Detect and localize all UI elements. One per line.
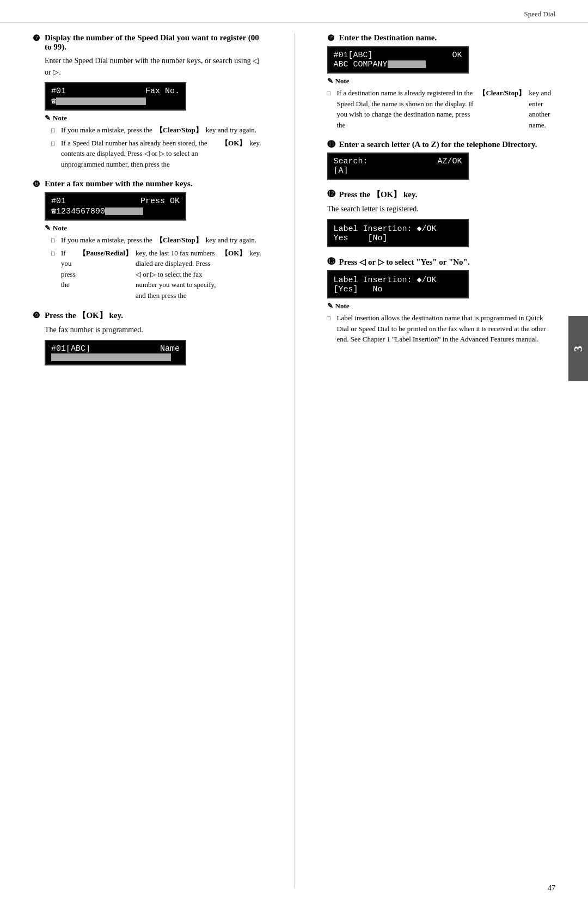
sidebar-tab-number: 3 [571, 346, 585, 352]
note-icon-4: ✎ [327, 302, 333, 310]
page-number: 47 [548, 884, 555, 892]
note-heading-text-2: Note [53, 224, 67, 233]
step-10-block: ❿ Enter the Destination name. #01[ABC]OK… [327, 33, 556, 130]
right-column: ❿ Enter the Destination name. #01[ABC]OK… [322, 33, 556, 888]
sidebar-tab: 3 [568, 316, 588, 381]
step-8-note-1: If you make a mistake, press the 【Clear/… [45, 235, 261, 246]
step-10-note-1: If a destination name is already registe… [327, 88, 556, 130]
step-7-note-1: If you make a mistake, press the 【Clear/… [45, 125, 261, 136]
step-8-num: ❽ [33, 179, 42, 189]
step-8-note: ✎ Note If you make a mistake, press the … [45, 224, 261, 301]
step-13-heading-text: Press ◁ or ▷ to select "Yes" or "No". [339, 257, 470, 267]
step-7-lcd: #01Fax No. ☎ [45, 82, 186, 111]
step-12-heading-text: Press the 【OK】 key. [339, 190, 418, 200]
step-12-num: ⓬ [327, 190, 337, 199]
step-10-heading-text: Enter the Destination name. [339, 33, 437, 42]
step-10-num: ❿ [327, 33, 337, 43]
step-11-num: ⓫ [327, 140, 337, 149]
step-8-block: ❽ Enter a fax number with the number key… [33, 179, 261, 301]
step-13-block: ⓭ Press ◁ or ▷ to select "Yes" or "No". … [327, 257, 556, 345]
step-13-note-1: Label insertion allows the destination n… [327, 313, 556, 345]
note-heading-text-3: Note [335, 77, 350, 86]
step-9-body: The fax number is programmed. [33, 324, 261, 335]
step-8-heading: ❽ Enter a fax number with the number key… [33, 179, 261, 189]
note-heading-text-4: Note [335, 302, 350, 310]
step-11-block: ⓫ Enter a search letter (A to Z) for the… [327, 140, 556, 180]
left-column: ❼ Display the number of the Speed Dial y… [33, 33, 267, 888]
step-7-block: ❼ Display the number of the Speed Dial y… [33, 33, 261, 169]
step-7-note: ✎ Note If you make a mistake, press the … [45, 114, 261, 169]
note-icon-2: ✎ [45, 224, 51, 233]
step-8-note-2: If you press the 【Pause/Redial】 key, the… [45, 248, 261, 301]
step-10-lcd: #01[ABC]OK ABC COMPANY [327, 46, 469, 74]
step-7-body: Enter the Speed Dial number with the num… [33, 55, 261, 78]
step-9-num: ❾ [33, 310, 42, 320]
step-9-block: ❾ Press the 【OK】 key. The fax number is … [33, 310, 261, 365]
step-9-lcd: #01[ABC]Name [45, 340, 186, 365]
step-7-note-2: If a Speed Dial number has already been … [45, 138, 261, 170]
page-footer: 47 [548, 884, 555, 893]
step-13-lcd: Label Insertion: ◆/OK [Yes] No [327, 270, 469, 298]
step-9-heading: ❾ Press the 【OK】 key. [33, 310, 261, 321]
step-13-heading: ⓭ Press ◁ or ▷ to select "Yes" or "No". [327, 257, 556, 267]
note-heading-text: Note [53, 114, 67, 123]
step-7-num: ❼ [33, 33, 42, 43]
step-8-heading-text: Enter a fax number with the number keys. [45, 179, 193, 188]
step-8-lcd: #01Press OK ☎1234567890 [45, 192, 186, 221]
step-12-lcd: Label Insertion: ◆/OK Yes [No] [327, 219, 469, 247]
step-7-heading-text: Display the number of the Speed Dial you… [45, 33, 261, 52]
header-title: Speed Dial [524, 10, 555, 19]
step-12-body: The search letter is registered. [327, 203, 556, 215]
step-12-block: ⓬ Press the 【OK】 key. The search letter … [327, 190, 556, 247]
step-11-heading-text: Enter a search letter (A to Z) for the t… [339, 140, 537, 149]
note-icon-3: ✎ [327, 77, 333, 86]
step-11-heading: ⓫ Enter a search letter (A to Z) for the… [327, 140, 556, 149]
step-12-heading: ⓬ Press the 【OK】 key. [327, 190, 556, 200]
step-13-num: ⓭ [327, 257, 337, 266]
step-10-heading: ❿ Enter the Destination name. [327, 33, 556, 43]
page-header: Speed Dial [0, 0, 588, 22]
step-7-heading: ❼ Display the number of the Speed Dial y… [33, 33, 261, 52]
step-9-heading-text: Press the 【OK】 key. [45, 310, 123, 321]
column-divider [294, 33, 295, 888]
step-10-note: ✎ Note If a destination name is already … [327, 77, 556, 130]
step-13-note: ✎ Note Label insertion allows the destin… [327, 302, 556, 345]
note-icon: ✎ [45, 114, 51, 123]
step-11-lcd: Search:AZ/OK [A] [327, 152, 469, 180]
